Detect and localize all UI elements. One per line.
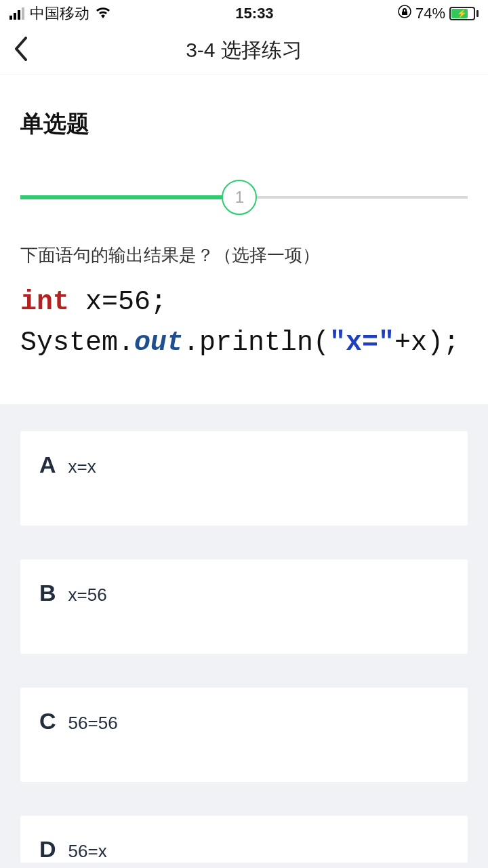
progress-current-number: 1 bbox=[235, 188, 244, 207]
code-text: System. bbox=[20, 328, 134, 358]
option-b[interactable]: B x=56 bbox=[20, 559, 468, 654]
code-text: x=56; bbox=[69, 287, 167, 317]
battery-percent: 74% bbox=[415, 5, 445, 22]
option-text: 56=x bbox=[68, 841, 107, 862]
code-keyword: int bbox=[20, 287, 69, 317]
battery-icon: ⚡ bbox=[449, 7, 479, 20]
code-string: "x=" bbox=[329, 328, 394, 358]
code-object: out bbox=[134, 328, 183, 358]
question-prompt: 下面语句的输出结果是？（选择一项） bbox=[20, 241, 468, 270]
option-letter: D bbox=[39, 836, 56, 863]
option-letter: A bbox=[39, 452, 56, 478]
back-button[interactable] bbox=[14, 37, 28, 65]
wifi-icon bbox=[95, 5, 111, 22]
status-right: 74% ⚡ bbox=[398, 5, 479, 22]
progress-fill bbox=[20, 195, 239, 199]
code-text: +x); bbox=[394, 328, 460, 358]
nav-bar: 3-4 选择练习 bbox=[0, 27, 488, 75]
code-snippet: int x=56; System.out.println("x="+x); bbox=[20, 282, 468, 363]
clock: 15:33 bbox=[235, 5, 273, 22]
status-left: 中国移动 bbox=[9, 3, 111, 24]
option-letter: B bbox=[39, 580, 56, 606]
progress-knob[interactable]: 1 bbox=[222, 180, 257, 215]
signal-icon bbox=[9, 7, 24, 20]
options-list: A x=x B x=56 C 56=56 D 56=x bbox=[0, 404, 488, 863]
status-bar: 中国移动 15:33 74% ⚡ bbox=[0, 0, 488, 27]
option-letter: C bbox=[39, 708, 56, 734]
question-panel: 单选题 1 下面语句的输出结果是？（选择一项） int x=56; System… bbox=[0, 75, 488, 404]
orientation-lock-icon bbox=[398, 5, 411, 22]
option-text: x=x bbox=[68, 456, 96, 477]
option-a[interactable]: A x=x bbox=[20, 431, 468, 526]
carrier-label: 中国移动 bbox=[30, 3, 89, 24]
progress-bar[interactable]: 1 bbox=[20, 187, 468, 208]
code-text: .println( bbox=[183, 328, 329, 358]
question-type-label: 单选题 bbox=[20, 108, 468, 140]
option-text: x=56 bbox=[68, 585, 107, 606]
page-title: 3-4 选择练习 bbox=[186, 37, 302, 64]
option-text: 56=56 bbox=[68, 713, 118, 734]
option-c[interactable]: C 56=56 bbox=[20, 688, 468, 782]
option-d[interactable]: D 56=x bbox=[20, 816, 468, 863]
